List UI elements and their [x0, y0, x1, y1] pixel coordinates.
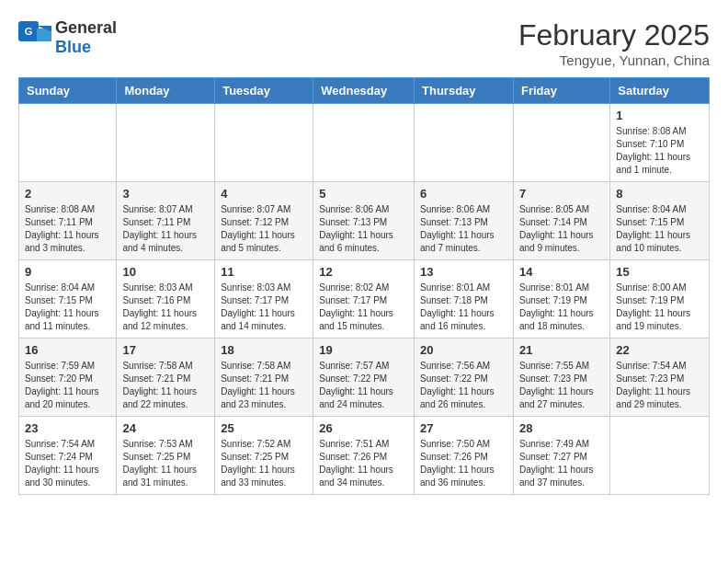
header: G General Blue February 2025 Tengyue, Yu…	[18, 18, 710, 68]
day-info: Sunrise: 8:01 AM Sunset: 7:18 PM Dayligh…	[420, 282, 507, 333]
calendar-cell: 7Sunrise: 8:05 AM Sunset: 7:14 PM Daylig…	[513, 182, 609, 260]
calendar-cell	[513, 104, 609, 182]
day-info: Sunrise: 8:04 AM Sunset: 7:15 PM Dayligh…	[25, 282, 110, 333]
day-number: 9	[25, 265, 110, 279]
calendar-cell	[313, 104, 415, 182]
day-info: Sunrise: 8:03 AM Sunset: 7:17 PM Dayligh…	[221, 282, 307, 333]
day-info: Sunrise: 7:50 AM Sunset: 7:26 PM Dayligh…	[420, 438, 507, 489]
weekday-header-friday: Friday	[513, 78, 609, 104]
day-number: 11	[221, 265, 307, 279]
calendar-cell: 4Sunrise: 8:07 AM Sunset: 7:12 PM Daylig…	[215, 182, 313, 260]
week-row-4: 16Sunrise: 7:59 AM Sunset: 7:20 PM Dayli…	[19, 339, 710, 417]
day-number: 4	[221, 187, 307, 201]
week-row-3: 9Sunrise: 8:04 AM Sunset: 7:15 PM Daylig…	[19, 260, 710, 339]
day-info: Sunrise: 8:04 AM Sunset: 7:15 PM Dayligh…	[616, 203, 703, 255]
calendar-cell: 19Sunrise: 7:57 AM Sunset: 7:22 PM Dayli…	[313, 339, 415, 417]
calendar-cell: 9Sunrise: 8:04 AM Sunset: 7:15 PM Daylig…	[19, 260, 117, 339]
day-number: 8	[616, 187, 703, 201]
logo-text-blue: Blue	[55, 38, 91, 56]
day-number: 21	[519, 343, 604, 357]
calendar-cell: 15Sunrise: 8:00 AM Sunset: 7:19 PM Dayli…	[610, 260, 710, 339]
calendar-cell: 8Sunrise: 8:04 AM Sunset: 7:15 PM Daylig…	[610, 182, 710, 260]
day-number: 24	[122, 421, 209, 435]
weekday-header-thursday: Thursday	[415, 78, 514, 104]
day-number: 12	[319, 265, 408, 279]
day-info: Sunrise: 7:54 AM Sunset: 7:23 PM Dayligh…	[616, 360, 703, 411]
calendar-cell	[610, 417, 710, 495]
svg-text:G: G	[25, 26, 33, 37]
week-row-5: 23Sunrise: 7:54 AM Sunset: 7:24 PM Dayli…	[19, 417, 710, 495]
calendar-cell	[117, 104, 215, 182]
day-number: 2	[25, 187, 110, 201]
day-info: Sunrise: 7:53 AM Sunset: 7:25 PM Dayligh…	[122, 438, 209, 489]
day-number: 1	[616, 109, 703, 122]
calendar-cell: 10Sunrise: 8:03 AM Sunset: 7:16 PM Dayli…	[117, 260, 215, 339]
calendar-cell: 27Sunrise: 7:50 AM Sunset: 7:26 PM Dayli…	[415, 417, 514, 495]
calendar-cell: 6Sunrise: 8:06 AM Sunset: 7:13 PM Daylig…	[415, 182, 514, 260]
day-number: 27	[420, 421, 507, 435]
calendar-cell: 21Sunrise: 7:55 AM Sunset: 7:23 PM Dayli…	[513, 339, 609, 417]
calendar-cell	[215, 104, 313, 182]
day-number: 22	[616, 343, 703, 357]
day-info: Sunrise: 8:08 AM Sunset: 7:11 PM Dayligh…	[25, 203, 110, 255]
calendar-cell: 2Sunrise: 8:08 AM Sunset: 7:11 PM Daylig…	[19, 182, 117, 260]
month-title: February 2025	[518, 18, 710, 52]
day-info: Sunrise: 8:03 AM Sunset: 7:16 PM Dayligh…	[122, 282, 209, 333]
calendar-cell: 28Sunrise: 7:49 AM Sunset: 7:27 PM Dayli…	[513, 417, 609, 495]
calendar-cell: 18Sunrise: 7:58 AM Sunset: 7:21 PM Dayli…	[215, 339, 313, 417]
location-subtitle: Tengyue, Yunnan, China	[518, 52, 710, 68]
calendar-table: SundayMondayTuesdayWednesdayThursdayFrid…	[18, 77, 710, 495]
calendar-cell: 25Sunrise: 7:52 AM Sunset: 7:25 PM Dayli…	[215, 417, 313, 495]
calendar-cell	[19, 104, 117, 182]
day-info: Sunrise: 8:01 AM Sunset: 7:19 PM Dayligh…	[519, 282, 604, 333]
weekday-header-sunday: Sunday	[19, 78, 117, 104]
day-info: Sunrise: 7:55 AM Sunset: 7:23 PM Dayligh…	[519, 360, 604, 411]
day-number: 26	[319, 421, 408, 435]
title-area: February 2025 Tengyue, Yunnan, China	[518, 18, 710, 68]
calendar-cell: 14Sunrise: 8:01 AM Sunset: 7:19 PM Dayli…	[513, 260, 609, 339]
logo-text-general: General	[55, 18, 117, 37]
day-number: 6	[420, 187, 507, 201]
calendar-cell: 5Sunrise: 8:06 AM Sunset: 7:13 PM Daylig…	[313, 182, 415, 260]
day-info: Sunrise: 7:51 AM Sunset: 7:26 PM Dayligh…	[319, 438, 408, 489]
calendar-cell: 22Sunrise: 7:54 AM Sunset: 7:23 PM Dayli…	[610, 339, 710, 417]
week-row-1: 1Sunrise: 8:08 AM Sunset: 7:10 PM Daylig…	[19, 104, 710, 182]
weekday-header-tuesday: Tuesday	[215, 78, 313, 104]
week-row-2: 2Sunrise: 8:08 AM Sunset: 7:11 PM Daylig…	[19, 182, 710, 260]
calendar-cell: 23Sunrise: 7:54 AM Sunset: 7:24 PM Dayli…	[19, 417, 117, 495]
day-info: Sunrise: 8:02 AM Sunset: 7:17 PM Dayligh…	[319, 282, 408, 333]
day-number: 13	[420, 265, 507, 279]
day-info: Sunrise: 7:58 AM Sunset: 7:21 PM Dayligh…	[122, 360, 209, 411]
weekday-header-monday: Monday	[117, 78, 215, 104]
weekday-header-saturday: Saturday	[610, 78, 710, 104]
day-number: 20	[420, 343, 507, 357]
day-info: Sunrise: 7:58 AM Sunset: 7:21 PM Dayligh…	[221, 360, 307, 411]
logo: G General Blue	[18, 18, 117, 57]
day-number: 25	[221, 421, 307, 435]
day-info: Sunrise: 8:07 AM Sunset: 7:12 PM Dayligh…	[221, 203, 307, 255]
calendar-cell	[415, 104, 514, 182]
day-number: 10	[122, 265, 209, 279]
day-number: 23	[25, 421, 110, 435]
day-info: Sunrise: 7:57 AM Sunset: 7:22 PM Dayligh…	[319, 360, 408, 411]
day-number: 3	[122, 187, 209, 201]
day-number: 16	[25, 343, 110, 357]
calendar-cell: 16Sunrise: 7:59 AM Sunset: 7:20 PM Dayli…	[19, 339, 117, 417]
weekday-header-row: SundayMondayTuesdayWednesdayThursdayFrid…	[19, 78, 710, 104]
calendar-cell: 13Sunrise: 8:01 AM Sunset: 7:18 PM Dayli…	[415, 260, 514, 339]
day-number: 18	[221, 343, 307, 357]
calendar-cell: 24Sunrise: 7:53 AM Sunset: 7:25 PM Dayli…	[117, 417, 215, 495]
logo-icon: G	[18, 21, 51, 54]
calendar-cell: 11Sunrise: 8:03 AM Sunset: 7:17 PM Dayli…	[215, 260, 313, 339]
day-info: Sunrise: 8:06 AM Sunset: 7:13 PM Dayligh…	[420, 203, 507, 255]
day-info: Sunrise: 7:52 AM Sunset: 7:25 PM Dayligh…	[221, 438, 307, 489]
day-info: Sunrise: 8:08 AM Sunset: 7:10 PM Dayligh…	[616, 125, 703, 177]
day-info: Sunrise: 7:49 AM Sunset: 7:27 PM Dayligh…	[519, 438, 604, 489]
calendar-cell: 20Sunrise: 7:56 AM Sunset: 7:22 PM Dayli…	[415, 339, 514, 417]
calendar-cell: 26Sunrise: 7:51 AM Sunset: 7:26 PM Dayli…	[313, 417, 415, 495]
day-info: Sunrise: 8:05 AM Sunset: 7:14 PM Dayligh…	[519, 203, 604, 255]
day-info: Sunrise: 7:56 AM Sunset: 7:22 PM Dayligh…	[420, 360, 507, 411]
calendar-cell: 12Sunrise: 8:02 AM Sunset: 7:17 PM Dayli…	[313, 260, 415, 339]
day-info: Sunrise: 8:06 AM Sunset: 7:13 PM Dayligh…	[319, 203, 408, 255]
calendar-cell: 1Sunrise: 8:08 AM Sunset: 7:10 PM Daylig…	[610, 104, 710, 182]
